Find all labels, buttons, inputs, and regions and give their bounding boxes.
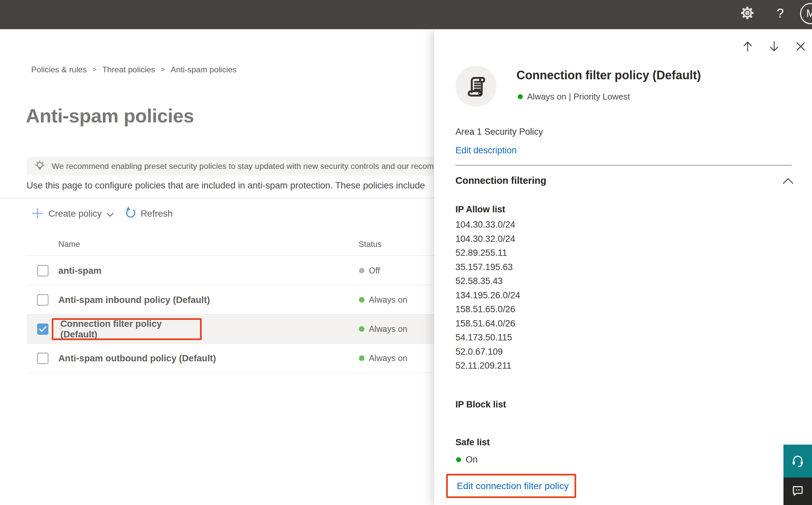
page-description: Use this page to configure policies that…: [26, 180, 434, 191]
ip-address: 158.51.65.0/26: [455, 302, 520, 317]
row-checkbox[interactable]: [37, 353, 48, 364]
ip-allow-list: 104.30.33.0/24 104.30.32.0/24 52.89.255.…: [455, 218, 520, 373]
page-title: Anti-spam policies: [26, 105, 194, 127]
refresh-icon[interactable]: [124, 206, 137, 221]
account-avatar[interactable]: M: [800, 3, 812, 24]
create-policy-button[interactable]: Create policy: [48, 208, 102, 219]
ip-address: 52.0.67.109: [455, 345, 520, 359]
row-checkbox[interactable]: [37, 294, 48, 306]
ip-address: 52.11.209.211: [455, 359, 520, 373]
lightbulb-icon: [34, 160, 46, 173]
avatar-initial: M: [806, 8, 812, 20]
flyout-divider: [455, 165, 792, 166]
connection-filtering-section-header: Connection filtering: [455, 175, 546, 186]
header-divider: [26, 256, 434, 256]
status-cell: Always on: [359, 315, 407, 343]
status-off-dot: [359, 268, 365, 274]
ip-address: 54.173.50.115: [455, 330, 520, 345]
table-row-selected[interactable]: Connection filter policy (Default) Alway…: [26, 315, 434, 344]
banner-text: We recommend enabling preset security po…: [52, 162, 436, 171]
row-checkbox[interactable]: [37, 265, 48, 277]
policy-name[interactable]: Connection filter policy (Default): [60, 319, 200, 340]
ip-allow-list-label: IP Allow list: [455, 204, 505, 215]
breadcrumb-separator-icon: >: [161, 65, 165, 74]
status-label: Off: [369, 266, 380, 276]
next-item-arrow-icon[interactable]: [767, 39, 782, 54]
policy-description: Area 1 Security Policy: [455, 127, 543, 137]
headset-icon: [790, 453, 805, 469]
ip-address: 52.89.255.11: [455, 246, 520, 260]
settings-icon[interactable]: [740, 5, 755, 21]
breadcrumb-anti-spam-policies[interactable]: Anti-spam policies: [171, 65, 237, 74]
section-divider: [0, 198, 434, 198]
app-root: ? M Policies & rules > Threat policies >…: [0, 0, 812, 505]
flyout-title: Connection filter policy (Default): [517, 68, 802, 82]
ip-address: 35.157.195.63: [455, 260, 520, 275]
ip-block-list-label: IP Block list: [455, 399, 506, 410]
column-header-status[interactable]: Status: [359, 239, 381, 249]
row-checkbox-checked[interactable]: [37, 324, 48, 335]
breadcrumb-policies-rules[interactable]: Policies & rules: [31, 65, 86, 74]
table-row[interactable]: Anti-spam outbound policy (Default) Alwa…: [26, 344, 434, 373]
scroll-policy-icon: [464, 73, 488, 99]
command-bar: Create policy Refresh: [0, 205, 434, 226]
edit-description-link[interactable]: Edit description: [455, 145, 517, 156]
status-on-dot: [518, 94, 523, 99]
highlight-rectangle: Connection filter policy (Default): [52, 318, 202, 340]
status-on-dot: [359, 326, 365, 332]
status-label: Always on: [369, 324, 407, 334]
safe-list-label: Safe list: [455, 437, 490, 448]
highlight-rectangle: Edit connection filter policy: [446, 474, 576, 498]
feedback-button[interactable]: [784, 478, 812, 505]
ip-address: 104.30.33.0/24: [455, 218, 520, 232]
safe-list-status-text: On: [466, 455, 478, 465]
recommendation-banner: We recommend enabling preset security po…: [26, 157, 436, 176]
safe-list-status: On: [456, 455, 478, 465]
close-icon[interactable]: [793, 39, 808, 54]
policy-details-flyout: Connection filter policy (Default) Alway…: [434, 29, 812, 505]
ip-address: 134.195.26.0/24: [455, 288, 520, 303]
table-row[interactable]: anti-spam Off: [26, 256, 434, 285]
feedback-chat-icon: [791, 484, 805, 499]
status-cell: Always on: [359, 344, 407, 373]
flyout-status: Always on | Priority Lowest: [518, 92, 630, 102]
help-icon[interactable]: ?: [773, 4, 787, 23]
breadcrumb-separator-icon: >: [92, 65, 96, 74]
status-on-dot: [359, 355, 365, 361]
ip-address: 52.58.35.43: [455, 274, 520, 288]
ip-address: 158.51.64.0/26: [455, 317, 520, 331]
policy-icon-circle: [455, 66, 496, 107]
top-app-bar: ? M: [0, 0, 812, 29]
policy-name[interactable]: Anti-spam inbound policy (Default): [58, 285, 210, 314]
column-header-name[interactable]: Name: [58, 239, 80, 249]
status-on-dot: [359, 297, 365, 303]
edit-connection-filter-policy-link[interactable]: Edit connection filter policy: [457, 480, 569, 491]
refresh-button[interactable]: Refresh: [141, 208, 173, 219]
status-cell: Always on: [359, 285, 407, 314]
breadcrumb-threat-policies[interactable]: Threat policies: [102, 65, 155, 74]
policy-name[interactable]: Anti-spam outbound policy (Default): [58, 344, 216, 373]
policy-name[interactable]: anti-spam: [58, 256, 102, 285]
breadcrumb: Policies & rules > Threat policies > Ant…: [31, 65, 236, 74]
status-label: Always on: [369, 353, 407, 363]
plus-icon[interactable]: [31, 207, 44, 221]
support-button[interactable]: [784, 445, 812, 478]
status-on-dot: [456, 457, 461, 462]
ip-address: 104.30.32.0/24: [455, 232, 520, 246]
status-cell: Off: [359, 256, 380, 285]
flyout-status-text: Always on | Priority Lowest: [527, 92, 630, 102]
chevron-down-icon[interactable]: [106, 212, 114, 219]
chevron-up-icon[interactable]: [783, 178, 794, 186]
table-row[interactable]: Anti-spam inbound policy (Default) Alway…: [26, 285, 434, 315]
previous-item-arrow-icon[interactable]: [740, 39, 755, 54]
status-label: Always on: [369, 295, 407, 305]
